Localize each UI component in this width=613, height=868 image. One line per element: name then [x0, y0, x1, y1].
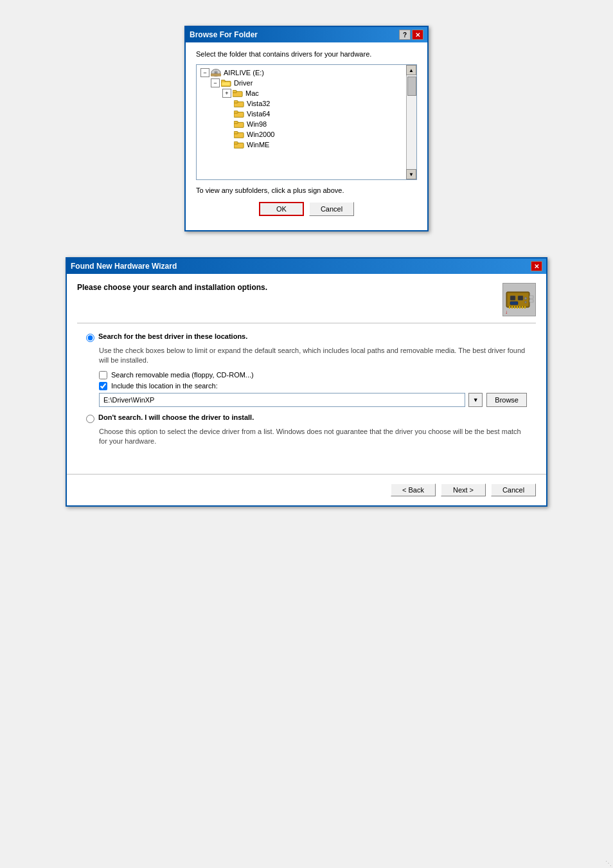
next-button[interactable]: Next >	[441, 484, 486, 496]
removable-media-row: Search removable media (floppy, CD-ROM..…	[99, 371, 527, 379]
cancel-button[interactable]: Cancel	[309, 202, 354, 216]
manual-option-desc: Choose this option to select the device …	[99, 427, 527, 447]
svg-point-33	[524, 297, 527, 300]
folder-win2000-icon	[234, 130, 244, 139]
wizard-titlebar: Found New Hardware Wizard ✕	[67, 258, 546, 274]
browse-for-folder-dialog: Browse For Folder ? ✕ Select the folder …	[184, 26, 429, 231]
folder-vista32-icon	[234, 99, 244, 108]
svg-rect-6	[222, 82, 230, 86]
wizard-cancel-button[interactable]: Cancel	[491, 484, 536, 496]
svg-point-34	[525, 302, 527, 303]
svg-text:↓: ↓	[505, 309, 508, 315]
ok-button[interactable]: OK	[259, 202, 304, 216]
found-new-hardware-wizard: Found New Hardware Wizard ✕ Please choos…	[66, 257, 547, 507]
scroll-down-button[interactable]: ▼	[406, 169, 416, 179]
browse-dialog-footer: OK Cancel	[196, 202, 417, 222]
svg-rect-27	[511, 306, 513, 309]
manual-option-label[interactable]: Don't search. I will choose the driver t…	[98, 413, 254, 421]
browse-button[interactable]: Browse	[486, 393, 527, 407]
tree-item-driver-label: Driver	[234, 79, 253, 87]
tree-expander-driver[interactable]: −	[211, 78, 220, 87]
browse-hint-text: To view any subfolders, click a plus sig…	[196, 186, 417, 194]
svg-rect-14	[234, 122, 238, 124]
svg-rect-23	[510, 302, 518, 305]
folder-win98-icon	[234, 120, 244, 129]
close-button[interactable]: ✕	[412, 30, 423, 40]
include-location-checkbox[interactable]	[99, 382, 107, 390]
removable-media-checkbox[interactable]	[99, 371, 107, 379]
svg-rect-12	[234, 111, 238, 114]
folder-mac-icon	[233, 89, 243, 98]
svg-rect-21	[510, 296, 515, 300]
tree-item-win2000[interactable]: Win2000	[197, 129, 405, 140]
tree-item-vista32[interactable]: Vista32	[197, 98, 405, 109]
back-button[interactable]: < Back	[391, 484, 436, 496]
wizard-header: Please choose your search and installati…	[67, 274, 546, 323]
manual-radio[interactable]	[86, 415, 94, 423]
tree-item-vista64[interactable]: Vista64	[197, 109, 405, 119]
tree-scrollbar[interactable]: ▲ ▼	[406, 65, 416, 179]
wizard-close-button[interactable]: ✕	[531, 261, 542, 271]
help-button[interactable]: ?	[399, 30, 411, 40]
svg-rect-3	[211, 74, 221, 77]
svg-rect-30	[519, 306, 520, 309]
tree-item-winme-label: WinME	[247, 141, 269, 149]
tree-item-winme[interactable]: WinME	[197, 140, 405, 150]
resize-grip: ⋱	[605, 860, 612, 867]
wizard-title: Found New Hardware Wizard	[71, 262, 177, 271]
tree-expander-airlive[interactable]: −	[200, 68, 209, 77]
svg-rect-18	[234, 142, 238, 145]
tree-item-mac-label: Mac	[245, 89, 259, 97]
tree-item-driver[interactable]: − Driver	[197, 78, 405, 88]
search-option-desc: Use the check boxes below to limit or ex…	[99, 346, 527, 366]
path-dropdown-button[interactable]: ▼	[468, 393, 483, 407]
wizard-titlebar-buttons: ✕	[531, 261, 542, 271]
scroll-up-button[interactable]: ▲	[406, 65, 416, 75]
svg-rect-32	[524, 306, 526, 309]
wizard-content: Search for the best driver in these loca…	[67, 323, 546, 461]
svg-rect-22	[518, 296, 523, 300]
removable-media-label[interactable]: Search removable media (floppy, CD-ROM..…	[111, 371, 254, 379]
folder-tree[interactable]: − AIRLIVE (E:) −	[196, 64, 417, 180]
tree-item-win2000-label: Win2000	[247, 131, 274, 138]
svg-point-2	[215, 72, 217, 73]
folder-vista64-icon	[234, 109, 244, 118]
scroll-thumb[interactable]	[407, 77, 416, 96]
tree-item-win98[interactable]: Win98	[197, 119, 405, 129]
tree-item-vista32-label: Vista32	[247, 100, 271, 107]
wizard-hardware-icon: ↓	[502, 283, 536, 316]
search-radio[interactable]	[86, 334, 94, 342]
folder-open-icon	[221, 78, 231, 87]
browse-dialog-titlebar: Browse For Folder ? ✕	[186, 27, 427, 42]
browse-dialog-title: Browse For Folder	[190, 30, 258, 39]
svg-rect-31	[522, 306, 523, 309]
folder-winme-icon	[234, 140, 244, 149]
browse-dialog-body: Select the folder that contains drivers …	[186, 42, 427, 230]
tree-expander-mac[interactable]: +	[222, 89, 231, 98]
path-row: ▼ Browse	[99, 393, 527, 407]
svg-rect-26	[509, 306, 510, 309]
include-location-label[interactable]: Include this location in the search:	[111, 382, 218, 390]
tree-item-mac[interactable]: + Mac	[197, 88, 405, 98]
drive-icon	[211, 68, 221, 77]
titlebar-buttons: ? ✕	[399, 30, 423, 40]
tree-item-vista64-label: Vista64	[247, 110, 271, 118]
tree-item-airlive-label: AIRLIVE (E:)	[224, 69, 264, 77]
svg-rect-24	[529, 296, 533, 298]
wizard-footer: < Back Next > Cancel	[67, 474, 546, 505]
path-input[interactable]	[99, 393, 465, 407]
include-location-row: Include this location in the search:	[99, 382, 527, 390]
search-option-row: Search for the best driver in these loca…	[86, 332, 527, 342]
search-option-label[interactable]: Search for the best driver in these loca…	[98, 332, 247, 340]
wizard-header-text: Please choose your search and installati…	[77, 283, 267, 292]
tree-item-airlive[interactable]: − AIRLIVE (E:)	[197, 68, 405, 78]
svg-rect-10	[234, 101, 238, 104]
svg-rect-29	[517, 306, 518, 309]
svg-rect-28	[514, 306, 515, 309]
manual-option-row: Don't search. I will choose the driver t…	[86, 413, 527, 423]
tree-item-win98-label: Win98	[247, 120, 267, 128]
svg-rect-25	[529, 300, 533, 302]
browse-dialog-instruction: Select the folder that contains drivers …	[196, 50, 417, 58]
svg-rect-8	[233, 91, 236, 93]
svg-rect-16	[234, 132, 238, 134]
